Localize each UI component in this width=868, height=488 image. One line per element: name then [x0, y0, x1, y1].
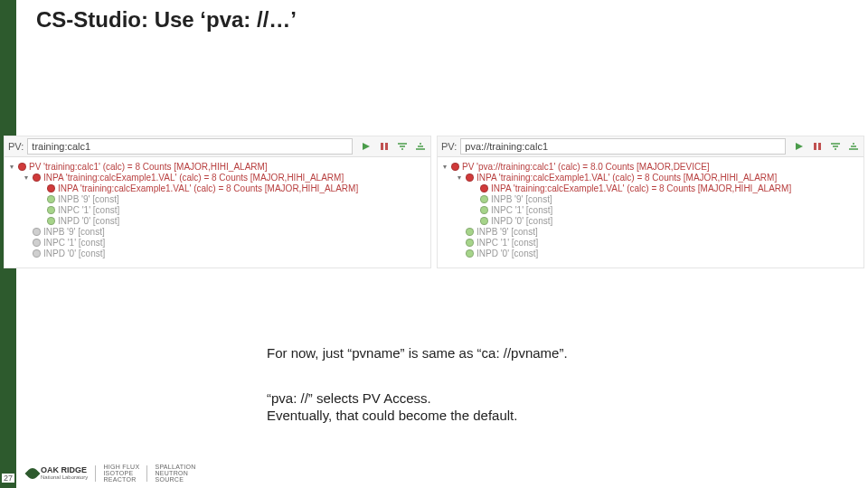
- logo-divider: [146, 465, 147, 482]
- caret-icon: [37, 217, 44, 224]
- caret-icon: [23, 249, 30, 257]
- caret-icon[interactable]: ▾: [8, 163, 15, 170]
- tree-row[interactable]: INPD '0' [const]: [8, 248, 429, 258]
- collapse-icon[interactable]: [829, 140, 842, 153]
- page-number: 27: [2, 474, 14, 483]
- tree-row-label: INPB '9' [const]: [491, 194, 552, 204]
- status-dot-icon: [480, 217, 488, 225]
- tree-row-label: INPD '0' [const]: [491, 216, 552, 226]
- tree-row-label: PV 'pva://training:calc1' (calc) = 8.0 C…: [462, 162, 710, 172]
- pause-icon[interactable]: [811, 140, 824, 153]
- leaf-icon: [25, 465, 41, 481]
- collapse-icon[interactable]: [396, 140, 409, 153]
- play-icon[interactable]: [793, 140, 806, 153]
- pv-label: PV:: [441, 141, 457, 152]
- caret-icon: [456, 249, 463, 257]
- tree-row[interactable]: INPC '1' [const]: [8, 237, 429, 248]
- status-dot-icon: [480, 206, 488, 214]
- svg-rect-1: [381, 143, 383, 150]
- tree-row[interactable]: INPB '9' [const]: [441, 226, 862, 237]
- tree-row[interactable]: INPC '1' [const]: [441, 237, 862, 248]
- status-dot-icon: [33, 174, 41, 182]
- tree-row[interactable]: INPC '1' [const]: [8, 204, 429, 215]
- left-panel: PV: ▾PV 'training:calc1' (calc) = 8 Coun…: [4, 136, 431, 268]
- tree-row-label: INPC '1' [const]: [476, 238, 538, 248]
- status-dot-icon: [466, 174, 474, 182]
- oak-line2: National Laboratory: [41, 474, 88, 480]
- pause-icon[interactable]: [378, 140, 391, 153]
- tree-row[interactable]: ▾INPA 'training:calcExample1.VAL' (calc)…: [441, 172, 862, 183]
- status-dot-icon: [18, 163, 26, 171]
- toolbar-left: [356, 140, 427, 153]
- tree-row[interactable]: INPA 'training:calcExample1.VAL' (calc) …: [441, 183, 862, 193]
- pv-input-right[interactable]: [460, 138, 786, 155]
- svg-marker-0: [363, 143, 370, 150]
- tree-row-label: INPA 'training:calcExample1.VAL' (calc) …: [43, 173, 344, 183]
- caret-icon[interactable]: ▾: [456, 174, 463, 181]
- body-text-1: For now, just “pvname” is same as “ca: /…: [267, 345, 568, 362]
- status-dot-icon: [47, 217, 55, 225]
- sns-text: SPALLATION NEUTRON SOURCE: [155, 464, 195, 483]
- caret-icon: [456, 228, 463, 235]
- tree-row[interactable]: INPC '1' [const]: [441, 204, 862, 215]
- tree-row-label: INPA 'training:calcExample1.VAL' (calc) …: [476, 173, 777, 183]
- tree-row[interactable]: ▾PV 'pva://training:calc1' (calc) = 8.0 …: [441, 161, 862, 172]
- hfir-text: HIGH FLUX ISOTOPE REACTOR: [103, 464, 139, 483]
- status-dot-icon: [47, 195, 55, 203]
- tree-row[interactable]: INPB '9' [const]: [8, 226, 429, 237]
- status-dot-icon: [33, 249, 41, 258]
- tree-row-label: INPB '9' [const]: [58, 194, 119, 204]
- tree-row[interactable]: ▾PV 'training:calc1' (calc) = 8 Counts […: [8, 161, 429, 172]
- tree-row-label: INPD '0' [const]: [43, 249, 105, 258]
- status-dot-icon: [33, 228, 41, 236]
- tree-row[interactable]: INPB '9' [const]: [441, 193, 862, 204]
- caret-icon[interactable]: ▾: [23, 174, 30, 181]
- status-dot-icon: [451, 163, 459, 171]
- oak-ridge-logo: OAK RIDGE National Laboratory: [27, 466, 88, 480]
- svg-marker-3: [796, 143, 803, 150]
- svg-rect-2: [385, 143, 388, 150]
- right-panel: PV: ▾PV 'pva://training:calc1' (calc) = …: [437, 136, 864, 268]
- caret-icon: [23, 239, 30, 246]
- tree-row-label: INPA 'training:calcExample1.VAL' (calc) …: [58, 183, 358, 193]
- tree-row-label: INPD '0' [const]: [476, 249, 538, 258]
- tree-left: ▾PV 'training:calc1' (calc) = 8 Counts […: [5, 157, 430, 267]
- tree-row[interactable]: INPA 'training:calcExample1.VAL' (calc) …: [8, 183, 429, 193]
- body-text-2a: “pva: //” selects PV Access.: [267, 390, 517, 408]
- caret-icon[interactable]: ▾: [441, 163, 448, 170]
- pv-bar-left: PV:: [5, 136, 430, 157]
- expand-icon[interactable]: [847, 140, 860, 153]
- panels-container: PV: ▾PV 'training:calc1' (calc) = 8 Coun…: [0, 136, 868, 268]
- status-dot-icon: [480, 195, 488, 203]
- expand-icon[interactable]: [414, 140, 427, 153]
- tree-row-label: INPC '1' [const]: [491, 205, 552, 215]
- pv-input-left[interactable]: [27, 138, 353, 155]
- tree-row[interactable]: INPD '0' [const]: [8, 215, 429, 226]
- svg-rect-4: [814, 143, 816, 150]
- tree-row-label: INPD '0' [const]: [58, 216, 119, 226]
- status-dot-icon: [47, 184, 55, 192]
- tree-row-label: INPB '9' [const]: [476, 227, 538, 237]
- tree-row[interactable]: INPD '0' [const]: [441, 215, 862, 226]
- tree-row[interactable]: ▾INPA 'training:calcExample1.VAL' (calc)…: [8, 172, 429, 183]
- caret-icon: [37, 206, 44, 213]
- pv-bar-right: PV:: [438, 136, 863, 157]
- footer-logos: OAK RIDGE National Laboratory HIGH FLUX …: [27, 464, 196, 483]
- status-dot-icon: [466, 249, 474, 258]
- tree-row-label: INPC '1' [const]: [58, 205, 119, 215]
- tree-row[interactable]: INPB '9' [const]: [8, 193, 429, 204]
- toolbar-right: [789, 140, 860, 153]
- tree-row-label: INPB '9' [const]: [43, 227, 105, 237]
- tree-row-label: INPA 'training:calcExample1.VAL' (calc) …: [491, 183, 791, 193]
- status-dot-icon: [47, 206, 55, 214]
- svg-rect-5: [818, 143, 821, 150]
- caret-icon: [470, 195, 477, 202]
- status-dot-icon: [466, 228, 474, 236]
- slide-title: CS-Studio: Use ‘pva: //…’: [36, 7, 297, 33]
- tree-row[interactable]: INPD '0' [const]: [441, 248, 862, 258]
- play-icon[interactable]: [360, 140, 373, 153]
- logo-divider: [95, 465, 96, 482]
- caret-icon: [470, 217, 477, 224]
- caret-icon: [456, 239, 463, 246]
- status-dot-icon: [480, 184, 488, 192]
